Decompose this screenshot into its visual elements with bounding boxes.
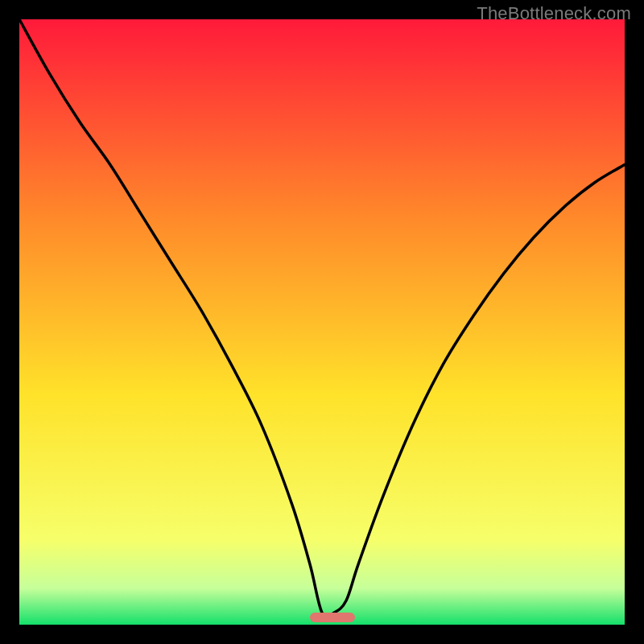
plot-area — [19, 19, 625, 625]
optimal-range-marker — [310, 613, 355, 622]
bottleneck-curve — [19, 19, 625, 617]
chart-frame: TheBottleneck.com — [0, 0, 644, 644]
watermark-text: TheBottleneck.com — [477, 3, 631, 24]
curve-layer — [19, 19, 625, 625]
